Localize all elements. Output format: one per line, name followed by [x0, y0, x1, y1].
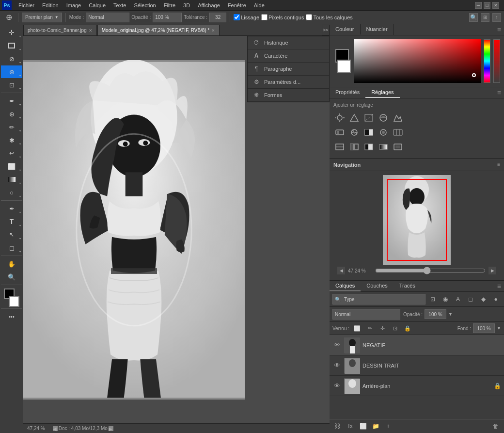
reglage-vibrance[interactable]: [392, 112, 404, 123]
history-brush-tool[interactable]: ↩ ▾: [1, 147, 22, 160]
tolerance-input[interactable]: [209, 13, 226, 22]
link-layers-btn[interactable]: ⛓: [332, 421, 343, 431]
reglage-curves[interactable]: [362, 112, 375, 123]
tab-calques[interactable]: Calques: [330, 281, 361, 291]
layer-filter-adj[interactable]: ◉: [440, 294, 451, 305]
caractere-panel-item[interactable]: A Caractère: [248, 49, 329, 63]
tab-couches[interactable]: Couches: [361, 281, 393, 291]
layer-filter-pixel[interactable]: ⊡: [427, 294, 438, 305]
opacity-select[interactable]: 100 %: [153, 13, 182, 22]
zoom-out-btn[interactable]: ◀: [337, 267, 345, 274]
canvas-area[interactable]: ⏱ Historique A Caractère ¶ Paragraphe ⚙ …: [23, 36, 330, 423]
add-style-btn[interactable]: fx: [345, 421, 356, 431]
eyedropper-tool[interactable]: ✒ ▾: [1, 95, 22, 107]
delete-layer-btn[interactable]: 🗑: [490, 421, 501, 431]
formes-panel-item[interactable]: ❋ Formes: [248, 89, 329, 102]
layer-filter-text[interactable]: A: [453, 294, 463, 305]
lasso-tool[interactable]: ⊘ ▾: [1, 52, 22, 65]
color-panel-menu[interactable]: ≡: [497, 24, 504, 35]
lock-position-btn[interactable]: ✛: [378, 324, 387, 333]
reglage-hue[interactable]: [333, 127, 346, 138]
reglage-selective-color[interactable]: [392, 142, 404, 152]
navigation-panel-header[interactable]: Navigation ≡: [330, 159, 504, 171]
nav-zoom-slider[interactable]: [375, 267, 486, 274]
tab-reglages[interactable]: Réglages: [365, 87, 399, 98]
layer-row-negatif[interactable]: 👁 NEGATIF: [330, 335, 504, 355]
props-panel-menu[interactable]: ≡: [497, 87, 504, 98]
move-tool[interactable]: ✛ ▾: [1, 26, 22, 39]
tab-0-close[interactable]: ✕: [89, 28, 93, 33]
hue-strip[interactable]: [484, 39, 490, 83]
menu-filtre[interactable]: Filtre: [160, 1, 179, 9]
layer-filter-shape[interactable]: ◻: [465, 294, 476, 305]
reglage-color-balance[interactable]: [348, 127, 361, 138]
layer-eye-arriere[interactable]: 👁: [332, 382, 341, 390]
tab-proprietes[interactable]: Propriétés: [330, 87, 365, 98]
menu-fichier[interactable]: Fichier: [15, 1, 38, 9]
minimize-btn[interactable]: ─: [475, 2, 482, 9]
all-layers-checkbox[interactable]: [306, 14, 312, 20]
alpha-strip[interactable]: [493, 39, 500, 83]
reglage-exposure[interactable]: [377, 112, 390, 123]
menu-fenetre[interactable]: Fenêtre: [224, 1, 250, 9]
menu-edition[interactable]: Edition: [38, 1, 63, 9]
reglage-gradient-map[interactable]: [377, 142, 390, 152]
status-right-arrow[interactable]: ▶: [109, 426, 113, 431]
zoom-in-btn[interactable]: ▶: [488, 267, 496, 274]
fond-arrow[interactable]: ▼: [497, 326, 501, 331]
tab-1-close[interactable]: ✕: [211, 28, 215, 33]
lissage-checkbox[interactable]: [234, 14, 240, 20]
reglage-photo-filter[interactable]: [377, 127, 390, 138]
crop-tool[interactable]: ⊡ ▾: [1, 79, 22, 91]
gradient-tool[interactable]: ▾: [1, 173, 22, 186]
layer-type-select[interactable]: Type: [342, 294, 423, 305]
search-icon[interactable]: 🔍: [469, 13, 478, 22]
historique-panel-item[interactable]: ⏱ Historique: [248, 36, 329, 49]
nav-panel-menu[interactable]: ≡: [497, 162, 500, 167]
dodge-tool[interactable]: ○ ▾: [1, 186, 22, 199]
tab-1[interactable]: Modele_original.jpg @ 47,2% (NEGATIF, RV…: [97, 25, 220, 35]
menu-aide[interactable]: Aide: [250, 1, 268, 9]
add-mask-btn[interactable]: ⬜: [358, 421, 368, 431]
status-left-arrow[interactable]: ◀: [53, 426, 58, 431]
layer-mode-select[interactable]: Normal: [332, 309, 400, 320]
reglage-black-white[interactable]: [362, 127, 375, 138]
menu-affichage[interactable]: Affichage: [194, 1, 224, 9]
opacity-arrow[interactable]: ▼: [448, 312, 453, 317]
zoom-tool[interactable]: 🔍: [1, 271, 22, 283]
layer-eye-negatif[interactable]: 👁: [332, 341, 341, 350]
brush-tool[interactable]: ✏ ▾: [1, 121, 22, 133]
current-tool-icon[interactable]: ⊕: [3, 12, 15, 23]
tab-0[interactable]: photo-to-Comic_Banner.jpg ✕: [23, 25, 97, 35]
reglage-brightness[interactable]: [333, 112, 346, 123]
layer-filter-toggle[interactable]: ●: [490, 294, 501, 305]
menu-calque[interactable]: Calque: [85, 1, 110, 9]
lock-paint-btn[interactable]: ✏: [365, 324, 375, 333]
share-icon[interactable]: ↑: [492, 13, 501, 22]
pixels-checkbox[interactable]: [261, 14, 268, 20]
background-color[interactable]: [9, 296, 19, 307]
reglage-threshold[interactable]: [362, 142, 375, 152]
tab-traces[interactable]: Tracés: [394, 281, 421, 291]
opacity-value-input[interactable]: [425, 309, 446, 319]
workspace-icon[interactable]: ⊞: [481, 13, 489, 22]
layer-row-dessin[interactable]: 👁 DESSIN TRAIT: [330, 355, 504, 376]
tab-couleur[interactable]: Couleur: [330, 24, 361, 35]
shape-tool[interactable]: ◻ ▾: [1, 241, 22, 254]
new-group-btn[interactable]: 📁: [370, 421, 381, 431]
eraser-tool[interactable]: ⬜ ▾: [1, 160, 22, 173]
pen-tool[interactable]: ✒ ▾: [1, 202, 22, 215]
color-gradient-area[interactable]: [354, 39, 481, 83]
clone-stamp-tool[interactable]: ✱ ▾: [1, 134, 22, 146]
hand-tool[interactable]: ✋: [1, 257, 22, 270]
path-select-tool[interactable]: ↖ ▾: [1, 228, 22, 241]
lock-all-btn[interactable]: 🔒: [403, 324, 412, 333]
spot-heal-tool[interactable]: ⊕ ▾: [1, 108, 22, 120]
menu-3d[interactable]: 3D: [179, 1, 194, 9]
quick-select-tool[interactable]: ⊛ ▾: [1, 65, 22, 78]
lock-pixels-btn[interactable]: ⬜: [352, 324, 362, 333]
maximize-btn[interactable]: □: [484, 2, 490, 9]
menu-selection[interactable]: Sélection: [130, 1, 159, 9]
menu-image[interactable]: Image: [63, 1, 85, 9]
reglage-posterize[interactable]: [348, 142, 361, 152]
